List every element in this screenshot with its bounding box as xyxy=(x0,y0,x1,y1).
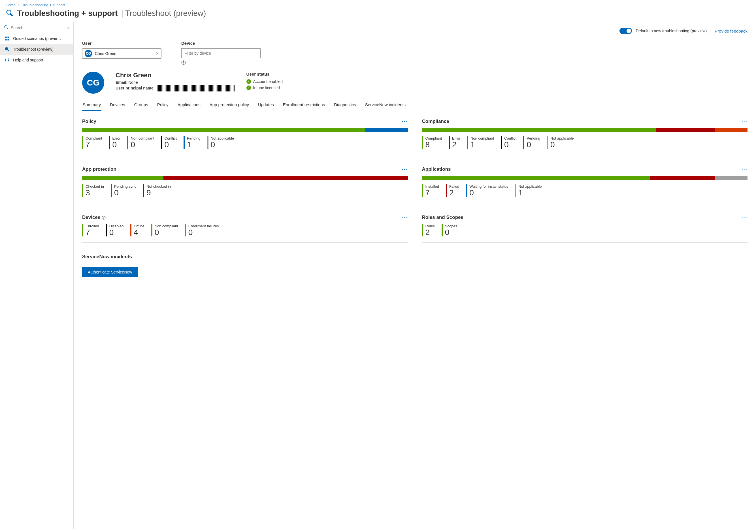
sidebar: « Guided scenarios (previe… Troubleshoot… xyxy=(0,22,74,529)
devices-stat: Offline4 xyxy=(130,224,144,237)
more-icon[interactable]: ··· xyxy=(402,118,408,124)
sidebar-item-label: Help and support xyxy=(13,58,43,62)
svg-rect-3 xyxy=(8,37,9,38)
breadcrumb: Home › Troubleshooting + support xyxy=(0,0,756,8)
app_protection-stat: Checked in3 xyxy=(82,184,104,197)
policy-stat: Conflict0 xyxy=(161,136,177,149)
svg-point-0 xyxy=(5,25,7,28)
info-icon[interactable] xyxy=(181,60,260,65)
svg-rect-2 xyxy=(5,37,7,38)
compliance-stat: Non compliant1 xyxy=(467,136,494,149)
app_protection-stat: Pending sync0 xyxy=(111,184,136,197)
compliance-stat: Error2 xyxy=(449,136,460,149)
more-icon[interactable]: ··· xyxy=(742,215,747,221)
tab-summary[interactable]: Summary xyxy=(82,99,101,111)
more-icon[interactable]: ··· xyxy=(402,215,408,221)
upn-label: User principal name xyxy=(116,86,153,90)
roles-stat: Scopes0 xyxy=(442,224,457,237)
devices-stat: Non compliant0 xyxy=(151,224,178,237)
policy-stat: Compliant7 xyxy=(82,136,102,149)
user-chip-avatar: CG xyxy=(85,50,92,57)
more-icon[interactable]: ··· xyxy=(742,167,747,173)
tab-servicenow-incidents[interactable]: ServiceNow incidents xyxy=(364,99,406,111)
app_protection-bar xyxy=(82,176,408,180)
compliance-bar xyxy=(422,128,748,132)
roles-card-title: Roles and Scopes xyxy=(422,215,463,220)
breadcrumb-home[interactable]: Home xyxy=(6,3,15,7)
applications-stat: Not applicable1 xyxy=(515,184,542,197)
user-filter-label: User xyxy=(82,41,161,45)
device-filter-input[interactable] xyxy=(181,48,260,58)
sidebar-search-input[interactable] xyxy=(11,25,65,30)
applications-stat: Failed2 xyxy=(446,184,459,197)
more-icon[interactable]: ··· xyxy=(742,118,747,124)
sidebar-item-label: Troubleshoot (preview) xyxy=(13,47,54,52)
chevron-right-icon: › xyxy=(18,3,19,7)
app_protection-stat: Not checked in9 xyxy=(143,184,171,197)
servicenow-card-title: ServiceNow incidents xyxy=(82,254,132,260)
default-troubleshooting-toggle[interactable] xyxy=(619,28,632,34)
authenticate-servicenow-button[interactable]: Authenticate ServiceNow xyxy=(82,267,138,277)
user-chip[interactable]: CG Chris Green ✕ xyxy=(82,48,161,59)
status-account-enabled: ✓ Account enabled xyxy=(246,79,283,84)
user-chip-name: Chris Green xyxy=(95,51,116,56)
svg-line-1 xyxy=(7,28,8,29)
profile-name: Chris Green xyxy=(116,72,235,79)
svg-rect-5 xyxy=(8,39,9,40)
devices-card-title: Devices xyxy=(82,215,106,220)
compliance-stat: Conflict0 xyxy=(501,136,516,149)
email-label: Email xyxy=(116,80,126,85)
tab-groups[interactable]: Groups xyxy=(134,99,149,111)
breadcrumb-section[interactable]: Troubleshooting + support xyxy=(22,3,65,7)
headset-icon xyxy=(5,58,10,63)
tab-devices[interactable]: Devices xyxy=(109,99,125,111)
applications-stat: Installed7 xyxy=(422,184,439,197)
tab-app-protection-policy[interactable]: App protection policy xyxy=(209,99,250,111)
check-icon: ✓ xyxy=(246,86,251,90)
tabs: SummaryDevicesGroupsPolicyApplicationsAp… xyxy=(82,99,747,111)
applications-stat: Waiting for install status0 xyxy=(466,184,508,197)
devices-stat: Enrolled7 xyxy=(82,224,99,237)
more-icon[interactable]: ··· xyxy=(402,167,408,173)
tab-enrollment-restrictions[interactable]: Enrollment restrictions xyxy=(283,99,325,111)
device-filter-label: Device xyxy=(181,41,260,45)
wrench-icon xyxy=(5,47,10,52)
info-icon[interactable] xyxy=(102,216,106,220)
svg-point-11 xyxy=(103,217,104,217)
user-status-title: User status xyxy=(246,72,283,76)
user-avatar: CG xyxy=(82,72,104,94)
devices-stat: Disabled0 xyxy=(106,224,124,237)
policy-stat: Error0 xyxy=(109,136,121,149)
status-intune-licensed: ✓ Intune licensed xyxy=(246,86,283,90)
roles-stat: Roles2 xyxy=(422,224,435,237)
compliance-stat: Compliant8 xyxy=(422,136,442,149)
guided-scenarios-icon xyxy=(5,36,10,41)
toggle-label: Default to new troubleshooting (preview) xyxy=(636,29,707,33)
devices-stat: Enrollment failures0 xyxy=(185,224,219,237)
email-value: None xyxy=(128,80,138,85)
applications-card-title: Applications xyxy=(422,167,451,172)
sidebar-item-guided-scenarios[interactable]: Guided scenarios (previe… xyxy=(0,33,73,44)
tab-updates[interactable]: Updates xyxy=(257,99,275,111)
sidebar-item-troubleshoot[interactable]: Troubleshoot (preview) xyxy=(0,44,73,55)
tab-applications[interactable]: Applications xyxy=(177,99,201,111)
compliance-card-title: Compliance xyxy=(422,119,449,124)
close-icon[interactable]: ✕ xyxy=(155,51,159,56)
collapse-sidebar-icon[interactable]: « xyxy=(67,25,69,30)
policy-card-title: Policy xyxy=(82,119,96,124)
sidebar-item-help-support[interactable]: Help and support xyxy=(0,55,73,66)
search-icon xyxy=(4,25,9,30)
upn-value-redacted xyxy=(156,85,235,92)
tab-policy[interactable]: Policy xyxy=(157,99,169,111)
app_protection-card-title: App protection xyxy=(82,167,117,172)
check-icon: ✓ xyxy=(246,79,251,84)
tab-diagnostics[interactable]: Diagnostics xyxy=(334,99,357,111)
policy-stat: Pending1 xyxy=(183,136,201,149)
provide-feedback-link[interactable]: Provide feedback xyxy=(715,29,747,33)
applications-bar xyxy=(422,176,748,180)
svg-rect-4 xyxy=(5,39,7,40)
sidebar-item-label: Guided scenarios (previe… xyxy=(13,36,61,41)
compliance-stat: Not applicable0 xyxy=(547,136,574,149)
policy-stat: Non compliant0 xyxy=(127,136,154,149)
compliance-stat: Pending0 xyxy=(523,136,540,149)
